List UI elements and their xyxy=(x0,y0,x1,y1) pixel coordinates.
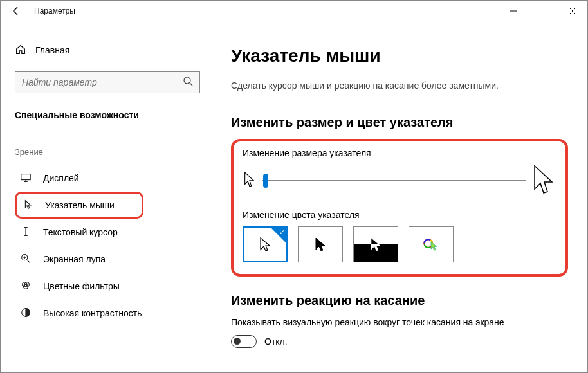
cursor-large-icon xyxy=(531,165,556,197)
cursor-custom-icon xyxy=(423,237,439,252)
titlebar: Параметры xyxy=(1,1,587,21)
settings-window: Параметры Главная Специальные возможност… xyxy=(0,0,588,373)
pointer-color-custom[interactable] xyxy=(409,226,454,262)
nav-label: Высокая контрастность xyxy=(43,308,142,318)
svg-rect-2 xyxy=(21,174,30,179)
svg-rect-0 xyxy=(540,8,546,14)
text-cursor-icon xyxy=(20,226,32,239)
pointer-color-black[interactable] xyxy=(298,226,343,262)
window-controls xyxy=(499,1,587,21)
close-button[interactable] xyxy=(558,1,587,21)
section-size-color-title: Изменить размер и цвет указателя xyxy=(231,115,568,130)
nav-label: Цветные фильтры xyxy=(43,281,120,291)
sidebar-item-high-contrast[interactable]: Высокая контрастность xyxy=(15,300,143,327)
sidebar-item-magnifier[interactable]: Экранная лупа xyxy=(15,246,143,273)
sidebar-item-display[interactable]: Дисплей xyxy=(15,165,143,192)
cursor-inverted-icon xyxy=(368,237,383,252)
toggle-knob xyxy=(234,338,241,345)
section-title: Специальные возможности xyxy=(15,110,203,120)
window-title: Параметры xyxy=(26,6,75,15)
home-icon xyxy=(15,44,26,57)
pointer-size-slider-row xyxy=(243,165,556,197)
body: Главная Специальные возможности Зрение Д… xyxy=(1,21,587,372)
content: Указатель мыши Сделать курсор мыши и реа… xyxy=(212,21,587,372)
page-title: Указатель мыши xyxy=(231,46,568,66)
search-input[interactable] xyxy=(22,77,183,87)
minimize-button[interactable] xyxy=(499,1,528,21)
back-button[interactable] xyxy=(6,1,26,21)
check-icon: ✓ xyxy=(279,228,285,237)
sidebar-item-color-filters[interactable]: Цветные фильтры xyxy=(15,273,143,300)
search-box[interactable] xyxy=(15,71,200,93)
nav-label: Экранная лупа xyxy=(43,254,106,264)
toggle-state-label: Откл. xyxy=(264,336,288,347)
page-subtitle: Сделать курсор мыши и реакцию на касание… xyxy=(231,80,568,91)
sidebar-item-mouse-pointer[interactable]: Указатель мыши xyxy=(15,192,143,219)
size-label: Изменение размера указателя xyxy=(243,148,556,158)
touch-feedback-toggle-row: Откл. xyxy=(231,335,568,348)
maximize-button[interactable] xyxy=(528,1,558,21)
pointer-size-slider[interactable] xyxy=(262,180,526,181)
magnifier-icon xyxy=(20,253,32,266)
touch-feedback-toggle[interactable] xyxy=(231,335,257,348)
cursor-small-icon xyxy=(243,170,257,191)
pointer-color-white[interactable]: ✓ xyxy=(243,226,288,262)
slider-thumb[interactable] xyxy=(263,174,268,188)
nav-label: Текстовый курсор xyxy=(43,227,118,237)
nav-label: Дисплей xyxy=(43,173,79,183)
home-label: Главная xyxy=(35,45,69,55)
pointer-color-options: ✓ xyxy=(243,226,556,262)
cursor-black-icon xyxy=(313,237,328,252)
search-icon xyxy=(183,76,193,89)
color-filters-icon xyxy=(20,280,32,293)
group-label-vision: Зрение xyxy=(15,147,203,157)
home-link[interactable]: Главная xyxy=(15,38,203,62)
svg-point-1 xyxy=(184,77,190,84)
contrast-icon xyxy=(20,307,32,320)
display-icon xyxy=(20,172,32,185)
pointer-icon xyxy=(22,199,33,212)
color-label: Изменение цвета указателя xyxy=(243,210,556,220)
pointer-settings-box: Изменение размера указателя Изменение цв… xyxy=(231,139,568,277)
sidebar-item-text-cursor[interactable]: Текстовый курсор xyxy=(15,219,143,246)
nav-label: Указатель мыши xyxy=(45,200,115,210)
touch-description: Показывать визуальную реакцию вокруг точ… xyxy=(231,317,568,327)
section-touch-title: Изменить реакцию на касание xyxy=(231,293,568,308)
pointer-color-inverted[interactable] xyxy=(353,226,398,262)
sidebar: Главная Специальные возможности Зрение Д… xyxy=(1,21,212,372)
